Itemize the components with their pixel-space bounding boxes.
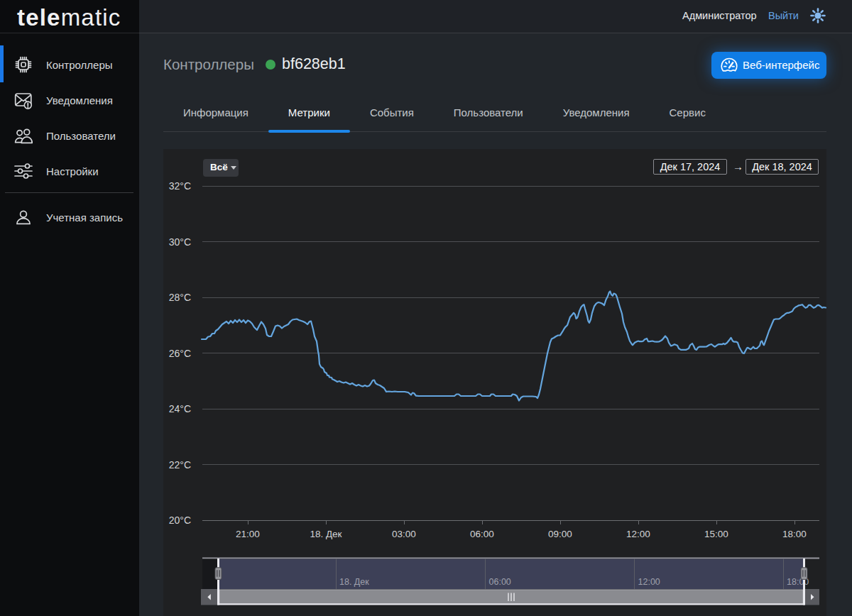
svg-text:32°C: 32°C [169, 180, 191, 192]
svg-text:18. Дек: 18. Дек [310, 529, 342, 539]
svg-text:09:00: 09:00 [548, 529, 572, 539]
svg-text:21:00: 21:00 [236, 529, 260, 539]
svg-text:12:00: 12:00 [626, 529, 650, 539]
svg-text:06:00: 06:00 [489, 577, 511, 587]
svg-text:18:00: 18:00 [782, 529, 807, 539]
svg-text:22°C: 22°C [169, 459, 191, 471]
svg-text:06:00: 06:00 [470, 529, 494, 539]
svg-text:12:00: 12:00 [638, 577, 660, 587]
svg-text:30°C: 30°C [169, 236, 191, 248]
svg-text:20°C: 20°C [169, 515, 191, 526]
svg-text:28°C: 28°C [169, 292, 191, 303]
svg-text:26°C: 26°C [169, 348, 191, 359]
svg-text:15:00: 15:00 [704, 529, 728, 539]
svg-text:18. Дек: 18. Дек [339, 577, 369, 587]
svg-text:03:00: 03:00 [392, 529, 416, 539]
svg-text:24°C: 24°C [169, 403, 191, 414]
